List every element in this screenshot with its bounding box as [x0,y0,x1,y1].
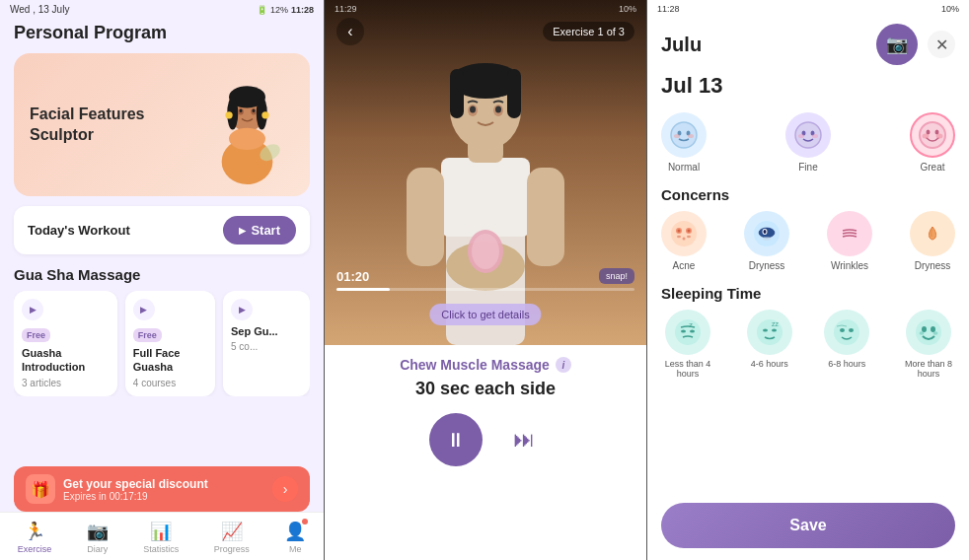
discount-banner[interactable]: 🎁 Get your special discount Expires in 0… [14,466,310,512]
page-title: Personal Program [14,23,310,43]
workout-row: Today's Workout Start [14,206,310,254]
mood-face-normal [661,112,707,158]
concern-dryness2-label: Dryness [915,260,951,271]
svg-point-10 [240,108,243,112]
svg-point-62 [681,330,686,333]
mood-fine[interactable]: Fine [785,112,831,173]
bottom-nav: 🏃 Exercise 📷 Diary 📊 Statistics 📈 Progre… [0,512,324,560]
concern-wrinkles[interactable]: Wrinkles [827,211,872,271]
svg-point-40 [812,134,818,138]
concerns-row: Acne Dryness [661,211,955,271]
wrinkles-icon [827,211,872,256]
concerns-title: Concerns [661,186,955,203]
camera-icon: 📷 [886,34,908,55]
discount-arrow-button[interactable]: › [272,476,298,502]
screen3-julu: 11:28 10% Julu 📷 ✕ Jul 13 [647,0,969,560]
svg-point-50 [688,230,691,233]
sleeping-section: Sleeping Time z Less than 4 hours [661,285,955,379]
exercise-name: Chew Muscle Massage [400,357,550,373]
nav-statistics[interactable]: 📊 Statistics [143,521,179,554]
start-button[interactable]: Start [223,216,296,245]
exercise-description: 30 sec each side [415,379,556,399]
video-progress-bar[interactable] [336,288,634,291]
mood-normal[interactable]: Normal [661,112,707,173]
card-sep[interactable]: ▶ Sep Gu... 5 co... [223,291,310,396]
sleep-6-8[interactable]: 6-8 hours [824,310,869,379]
sleep-less4[interactable]: z Less than 4 hours [661,310,714,379]
progress-icon: 📈 [221,521,243,542]
sleep-more8-label: More than 8 hours [902,359,955,379]
date-label: Wed , 13 July [10,4,69,15]
svg-rect-18 [527,168,564,266]
concern-wrinkles-label: Wrinkles [831,260,868,271]
concern-dryness[interactable]: Dryness [744,211,789,271]
me-icon: 👤 [284,521,306,542]
status-bar-screen3: 11:28 10% [647,0,969,18]
progress-fill [336,288,390,291]
hero-illustration [200,66,294,184]
hero-card-text: Facial Features Sculptor [30,105,175,146]
sleep-6-8-label: 6-8 hours [828,359,865,369]
svg-point-12 [229,127,265,149]
hero-title: Facial Features Sculptor [30,105,175,146]
svg-point-69 [834,319,859,345]
dryness2-icon [910,211,955,256]
concerns-section: Concerns [661,186,955,271]
card-full-face[interactable]: ▶ Free Full Face Guasha 4 courses [125,291,215,396]
user-avatar[interactable]: 📷 [876,24,918,65]
svg-point-30 [495,106,501,113]
nav-exercise[interactable]: 🏃 Exercise [18,521,52,554]
click-details-overlay[interactable]: Click to get details [429,304,541,325]
svg-point-39 [798,134,804,138]
snap-badge: snap! [599,268,634,284]
mood-face-fine [785,112,831,158]
svg-point-34 [674,134,680,138]
mood-great[interactable]: Great [910,112,955,173]
svg-point-74 [931,326,935,332]
info-icon[interactable]: i [556,357,571,373]
exercise-name-row: Chew Muscle Massage i [400,357,571,373]
concern-acne[interactable]: Acne [661,211,707,271]
svg-point-45 [936,134,943,139]
discount-sub: Expires in 00:17:19 [63,491,208,502]
svg-point-29 [470,106,476,113]
sleep-4-6[interactable]: zz 4-6 hours [747,310,792,379]
sleep-more8[interactable]: More than 8 hours [902,310,955,379]
nav-diary[interactable]: 📷 Diary [87,521,109,554]
save-button[interactable]: Save [661,503,955,548]
card-sub: 5 co... [231,341,302,352]
discount-main: Get your special discount [63,477,208,491]
mood-fine-label: Fine [798,162,817,173]
nav-me-label: Me [289,544,302,554]
svg-point-51 [677,236,681,238]
svg-point-63 [690,330,695,333]
svg-point-73 [922,326,927,332]
svg-point-57 [764,230,767,234]
nav-exercise-label: Exercise [18,544,52,554]
concern-dryness2[interactable]: Dryness [910,211,955,271]
skip-forward-button[interactable]: ⏭ [506,422,542,457]
svg-point-21 [472,234,499,269]
battery-percent: 12% [270,5,288,15]
svg-point-6 [225,111,232,118]
screen1-main: Personal Program Facial Features Sculpto… [0,19,324,458]
nav-progress[interactable]: 📈 Progress [214,521,250,554]
svg-point-35 [688,134,694,138]
svg-rect-16 [441,158,530,237]
close-button[interactable]: ✕ [928,31,955,58]
card-guasha-intro[interactable]: ▶ Free Guasha Introduction 3 articles [14,291,117,396]
exercise-icon: 🏃 [24,521,45,542]
nav-me[interactable]: 👤 Me [284,521,306,554]
screen1-personal-program: Wed , 13 July 🔋 12% 11:28 Personal Progr… [0,0,324,560]
sleep-more8-icon [906,310,951,355]
mood-face-great [910,112,955,158]
video-player[interactable]: ‹ Exercise 1 of 3 [325,0,646,345]
pause-button[interactable]: ⏸ [429,413,483,466]
mood-great-label: Great [920,162,944,173]
mood-row: Normal Fine [661,112,955,173]
back-button[interactable]: ‹ [336,18,364,45]
screen3-header: Julu 📷 ✕ [647,18,969,73]
status-bar-screen1: Wed , 13 July 🔋 12% 11:28 [0,0,324,19]
svg-rect-17 [407,168,444,266]
free-badge: Free [22,328,50,342]
